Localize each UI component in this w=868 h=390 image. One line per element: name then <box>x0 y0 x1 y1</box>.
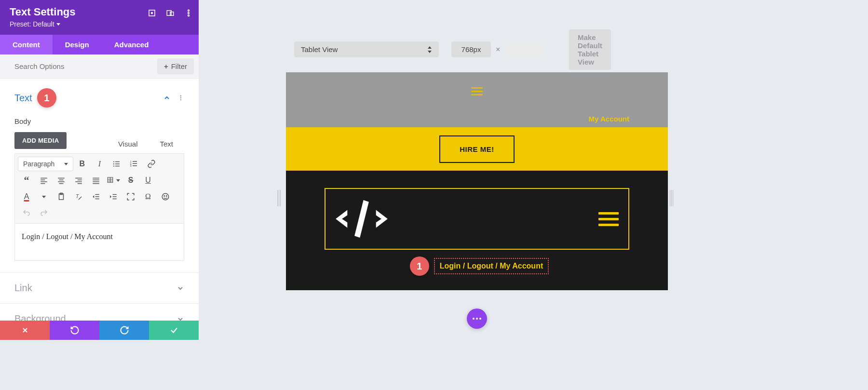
svg-rect-15 <box>115 166 120 167</box>
section-link-title: Link <box>14 282 32 294</box>
editor-tab-visual[interactable]: Visual <box>107 134 149 153</box>
hamburger-menu-icon[interactable] <box>598 212 619 226</box>
ulist-button[interactable] <box>108 157 125 171</box>
outdent-button[interactable] <box>87 189 105 204</box>
svg-rect-32 <box>75 181 82 182</box>
textcolor-button[interactable]: A <box>18 189 35 204</box>
svg-text:T: T <box>76 193 80 199</box>
redo-action-button[interactable] <box>99 321 149 340</box>
width-input[interactable] <box>451 41 491 57</box>
svg-marker-53 <box>110 195 111 198</box>
svg-point-14 <box>113 165 114 166</box>
tab-advanced[interactable]: Advanced <box>102 35 162 54</box>
format-select[interactable]: Paragraph <box>18 157 73 171</box>
indent-button[interactable] <box>105 189 122 204</box>
underline-button[interactable]: U <box>139 173 157 188</box>
section-text-header[interactable]: Text 1 <box>0 79 199 117</box>
cancel-button[interactable] <box>0 321 50 340</box>
resize-handle-left[interactable] <box>277 190 284 206</box>
panel-tabs: Content Design Advanced <box>0 35 199 54</box>
undo-action-button[interactable] <box>50 321 99 340</box>
svg-rect-22 <box>41 178 47 179</box>
svg-rect-29 <box>59 183 64 184</box>
clearformat-button[interactable]: T <box>70 189 87 204</box>
svg-rect-37 <box>93 183 99 184</box>
page-settings-fab[interactable] <box>467 309 487 329</box>
site-main-nav: 1 Login / Logout / My Account <box>286 171 668 290</box>
undo-button[interactable] <box>18 206 35 220</box>
paste-button[interactable] <box>53 189 70 204</box>
annotation-badge-1: 1 <box>37 88 56 108</box>
editor-toolbar: Paragraph B I 123 “ S <box>14 153 184 224</box>
dimension-x-icon: × <box>496 45 500 54</box>
quote-button[interactable]: “ <box>18 173 35 188</box>
preset-dropdown[interactable]: Preset: Default <box>10 20 189 28</box>
make-default-button[interactable]: Make Default Tablet View <box>569 29 611 70</box>
svg-rect-47 <box>95 196 99 197</box>
svg-point-5 <box>188 13 190 14</box>
chevron-up-icon <box>163 94 171 102</box>
section-link-header[interactable]: Link <box>0 273 199 303</box>
svg-rect-52 <box>113 199 117 200</box>
svg-point-9 <box>180 99 181 100</box>
editor-content[interactable]: Login / Logout / My Account <box>14 224 184 261</box>
redo-button[interactable] <box>35 206 53 220</box>
svg-point-1 <box>151 13 153 14</box>
align-left-button[interactable] <box>35 173 53 188</box>
more-vert-icon[interactable] <box>184 9 193 17</box>
align-right-button[interactable] <box>70 173 87 188</box>
align-center-button[interactable] <box>53 173 70 188</box>
search-input[interactable] <box>14 62 157 70</box>
add-media-button[interactable]: ADD MEDIA <box>14 132 67 149</box>
bold-button[interactable]: B <box>73 157 91 171</box>
responsive-icon[interactable] <box>166 9 175 17</box>
svg-rect-27 <box>59 180 64 181</box>
svg-rect-11 <box>115 161 120 162</box>
more-vert-icon[interactable] <box>177 94 184 102</box>
chevron-down-icon <box>56 23 60 26</box>
svg-rect-21 <box>133 165 137 166</box>
italic-button[interactable]: I <box>91 157 108 171</box>
svg-point-56 <box>166 196 167 197</box>
save-button[interactable] <box>149 321 199 340</box>
filter-button[interactable]: +Filter <box>157 58 194 74</box>
svg-rect-3 <box>170 12 174 16</box>
olist-button[interactable]: 123 <box>125 157 143 171</box>
svg-point-6 <box>188 15 190 16</box>
my-account-link[interactable]: My Account <box>589 115 629 123</box>
svg-rect-13 <box>115 163 120 164</box>
svg-point-7 <box>180 95 181 96</box>
tab-design[interactable]: Design <box>53 35 102 54</box>
editor-tab-text[interactable]: Text <box>149 134 184 153</box>
svg-rect-24 <box>41 181 47 182</box>
code-logo-icon <box>330 195 393 243</box>
link-button[interactable] <box>143 157 160 171</box>
svg-rect-17 <box>133 161 137 162</box>
site-account-bar: My Account <box>286 110 668 127</box>
hire-me-button[interactable]: HIRE ME! <box>439 135 515 163</box>
site-topbar <box>286 72 668 110</box>
fullscreen-button[interactable] <box>122 189 139 204</box>
tab-content[interactable]: Content <box>0 35 53 54</box>
table-button[interactable] <box>105 173 122 188</box>
strike-button[interactable]: S <box>122 173 139 188</box>
svg-point-4 <box>188 10 190 11</box>
svg-point-12 <box>113 163 114 164</box>
svg-marker-62 <box>376 210 388 228</box>
specialchar-button[interactable]: Ω <box>139 189 157 204</box>
height-input[interactable] <box>505 41 544 57</box>
svg-rect-19 <box>133 163 137 164</box>
svg-marker-59 <box>428 46 432 49</box>
hamburger-menu-icon[interactable] <box>471 87 483 95</box>
align-justify-button[interactable] <box>87 173 105 188</box>
emoji-button[interactable] <box>157 189 174 204</box>
resize-handle-right[interactable] <box>670 190 677 206</box>
login-text-module[interactable]: Login / Logout / My Account <box>434 258 549 274</box>
svg-rect-48 <box>95 199 99 200</box>
expand-icon[interactable] <box>148 9 156 17</box>
textcolor-picker[interactable] <box>35 189 53 204</box>
svg-rect-50 <box>113 194 117 195</box>
svg-rect-31 <box>78 180 82 181</box>
view-select[interactable]: Tablet View <box>294 41 439 57</box>
svg-rect-46 <box>95 194 99 195</box>
